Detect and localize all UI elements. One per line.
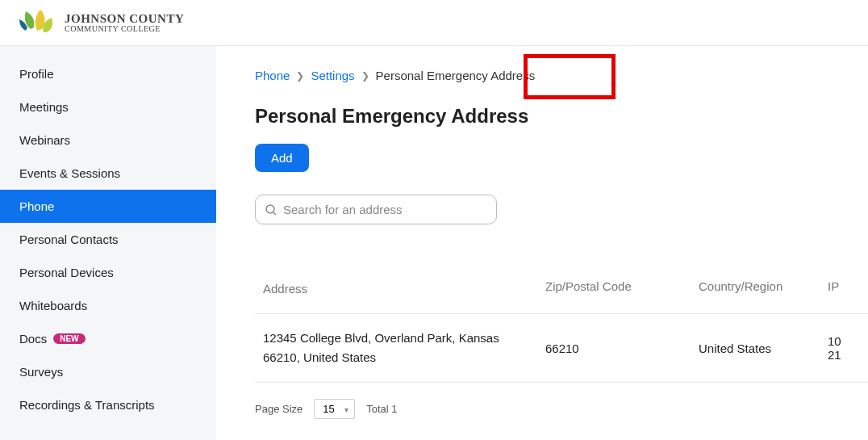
page-title: Personal Emergency Address [255,105,868,128]
page-size-label: Page Size [255,403,303,415]
col-header-zip[interactable]: Zip/Postal Code [545,279,699,299]
sidebar-item-events-sessions[interactable]: Events & Sessions [0,157,216,190]
cell-ip: 10 21 [828,334,860,362]
cell-address: 12345 College Blvd, Overland Park, Kansa… [263,329,545,367]
sidebar-item-whiteboards[interactable]: Whiteboards [0,289,216,322]
add-button[interactable]: Add [255,144,309,172]
breadcrumb-settings[interactable]: Settings [311,69,354,82]
table-row[interactable]: 12345 College Blvd, Overland Park, Kansa… [255,314,868,383]
page-size-select[interactable]: 15 [314,399,355,419]
address-table: Address Zip/Postal Code Country/Region I… [255,265,868,383]
pager: Page Size 15 Total 1 [255,399,868,419]
sidebar-item-meetings[interactable]: Meetings [0,90,216,124]
svg-point-0 [266,205,274,213]
chevron-right-icon: ❯ [296,70,304,82]
search-input[interactable] [255,195,497,224]
svg-line-1 [273,212,276,215]
sidebar-item-personal-devices[interactable]: Personal Devices [0,256,216,289]
sidebar-item-profile[interactable]: Profile [0,57,216,90]
col-header-address[interactable]: Address [263,279,545,299]
sidebar-item-recordings-transcripts[interactable]: Recordings & Transcripts [0,388,216,421]
breadcrumb: Phone ❯ Settings ❯ Personal Emergency Ad… [255,69,868,82]
cell-country: United States [699,342,828,355]
sidebar-item-surveys[interactable]: Surveys [0,355,216,388]
col-header-country[interactable]: Country/Region [699,279,828,299]
total-label: Total 1 [366,403,397,415]
main-content: Phone ❯ Settings ❯ Personal Emergency Ad… [216,46,868,440]
breadcrumb-current: Personal Emergency Address [376,69,536,82]
logo-icon [16,8,58,37]
sidebar: Profile Meetings Webinars Events & Sessi… [0,46,216,440]
org-logo: JOHNSON COUNTY COMMUNITY COLLEGE [16,8,184,37]
new-badge: NEW [53,333,85,344]
sidebar-item-docs[interactable]: Docs NEW [0,322,216,355]
breadcrumb-phone[interactable]: Phone [255,69,290,82]
table-header-row: Address Zip/Postal Code Country/Region I… [255,265,868,314]
cell-zip: 66210 [545,342,699,355]
col-header-ip[interactable]: IP [828,279,860,299]
sidebar-item-phone[interactable]: Phone [0,190,216,223]
sidebar-item-webinars[interactable]: Webinars [0,124,216,157]
search-icon [265,203,278,216]
search-wrap [255,195,497,224]
sidebar-item-personal-contacts[interactable]: Personal Contacts [0,223,216,256]
chevron-right-icon: ❯ [361,70,369,82]
org-name: JOHNSON COUNTY COMMUNITY COLLEGE [65,13,184,33]
header: JOHNSON COUNTY COMMUNITY COLLEGE [0,0,868,46]
